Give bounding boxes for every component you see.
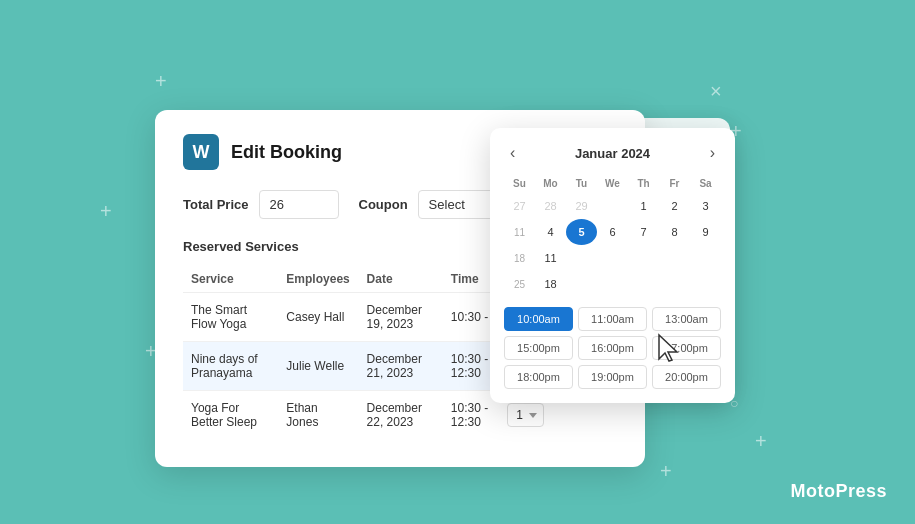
motopress-brand: MotoPress: [790, 481, 887, 502]
cal-day[interactable]: 11: [535, 245, 566, 271]
cal-day[interactable]: 4: [535, 219, 566, 245]
cal-prev-button[interactable]: ‹: [504, 142, 521, 164]
employee-name: Julie Welle: [278, 342, 358, 391]
cal-grid: Su Mo Tu We Th Fr Sa 27 28 29 1 2 3 11 4: [504, 174, 721, 297]
cal-day[interactable]: [690, 245, 721, 271]
cal-day[interactable]: 18: [535, 271, 566, 297]
col-service: Service: [183, 266, 278, 293]
service-date: December 19, 2023: [359, 293, 443, 342]
service-name: The Smart Flow Yoga: [183, 293, 278, 342]
time-slot-1700pm[interactable]: 17:00pm: [652, 336, 721, 360]
cal-day[interactable]: [597, 245, 628, 271]
cal-header: ‹ Januar 2024 ›: [504, 142, 721, 164]
employee-name: Ethan Jones: [278, 391, 358, 440]
time-slot-1600pm[interactable]: 16:00pm: [578, 336, 647, 360]
time-slot-1500pm[interactable]: 15:00pm: [504, 336, 573, 360]
cal-day[interactable]: [566, 245, 597, 271]
service-name: Nine days of Pranayama: [183, 342, 278, 391]
cal-header-we: We: [597, 174, 628, 193]
calendar-popup: ‹ Januar 2024 › Su Mo Tu We Th Fr Sa 27 …: [490, 128, 735, 403]
cal-day[interactable]: [566, 271, 597, 297]
deco-x-1: ×: [710, 80, 722, 103]
time-slot-1000am[interactable]: 10:00am: [504, 307, 573, 331]
cal-day[interactable]: [628, 271, 659, 297]
time-slot-1100am[interactable]: 11:00am: [578, 307, 647, 331]
cal-day[interactable]: 6: [597, 219, 628, 245]
cal-day[interactable]: 27: [504, 193, 535, 219]
card-title: Edit Booking: [231, 142, 342, 163]
cal-week-row: 18 11: [504, 245, 721, 271]
cal-header-tu: Tu: [566, 174, 597, 193]
deco-plus-6: +: [660, 460, 672, 483]
time-slot-2000pm[interactable]: 20:00pm: [652, 365, 721, 389]
cal-header-th: Th: [628, 174, 659, 193]
service-date: December 22, 2023: [359, 391, 443, 440]
total-price-field: Total Price: [183, 190, 339, 219]
cal-week-num: 18: [504, 245, 535, 271]
cal-day[interactable]: [597, 193, 628, 219]
deco-plus-1: +: [155, 70, 167, 93]
cal-week-row: 27 28 29 1 2 3: [504, 193, 721, 219]
total-price-input[interactable]: [259, 190, 339, 219]
col-date: Date: [359, 266, 443, 293]
qty-select-3[interactable]: 123: [507, 403, 544, 427]
cal-day[interactable]: [597, 271, 628, 297]
cal-day[interactable]: 9: [690, 219, 721, 245]
cal-day[interactable]: 8: [659, 219, 690, 245]
cal-today[interactable]: 5: [566, 219, 597, 245]
col-employees: Employees: [278, 266, 358, 293]
cal-week-row: 11 4 5 6 7 8 9: [504, 219, 721, 245]
cal-day[interactable]: [628, 245, 659, 271]
time-slot-1300am[interactable]: 13:00am: [652, 307, 721, 331]
time-slots-grid: 10:00am 11:00am 13:00am 15:00pm 16:00pm …: [504, 307, 721, 389]
deco-plus-5: +: [100, 200, 112, 223]
cal-week-num: 25: [504, 271, 535, 297]
cal-week-num cal-day: 11: [504, 219, 535, 245]
time-slot-1800pm[interactable]: 18:00pm: [504, 365, 573, 389]
time-slot-1900pm[interactable]: 19:00pm: [578, 365, 647, 389]
wp-logo: W: [183, 134, 219, 170]
cal-next-button[interactable]: ›: [704, 142, 721, 164]
cal-header-fr: Fr: [659, 174, 690, 193]
total-price-label: Total Price: [183, 197, 249, 212]
cal-header-mo: Mo: [535, 174, 566, 193]
cal-day[interactable]: [690, 271, 721, 297]
employee-name: Casey Hall: [278, 293, 358, 342]
service-date: December 21, 2023: [359, 342, 443, 391]
deco-plus-4: +: [755, 430, 767, 453]
cal-header-sa: Sa: [690, 174, 721, 193]
cal-day[interactable]: [659, 245, 690, 271]
cal-header-su: Su: [504, 174, 535, 193]
cal-week-row: 25 18: [504, 271, 721, 297]
cal-day[interactable]: 28: [535, 193, 566, 219]
service-name: Yoga For Better Sleep: [183, 391, 278, 440]
cal-day[interactable]: 7: [628, 219, 659, 245]
coupon-label: Coupon: [359, 197, 408, 212]
cal-day[interactable]: [659, 271, 690, 297]
cal-month-year: Januar 2024: [575, 146, 650, 161]
cal-day[interactable]: 2: [659, 193, 690, 219]
cal-day[interactable]: 29: [566, 193, 597, 219]
cal-day[interactable]: 1: [628, 193, 659, 219]
cal-day[interactable]: 3: [690, 193, 721, 219]
